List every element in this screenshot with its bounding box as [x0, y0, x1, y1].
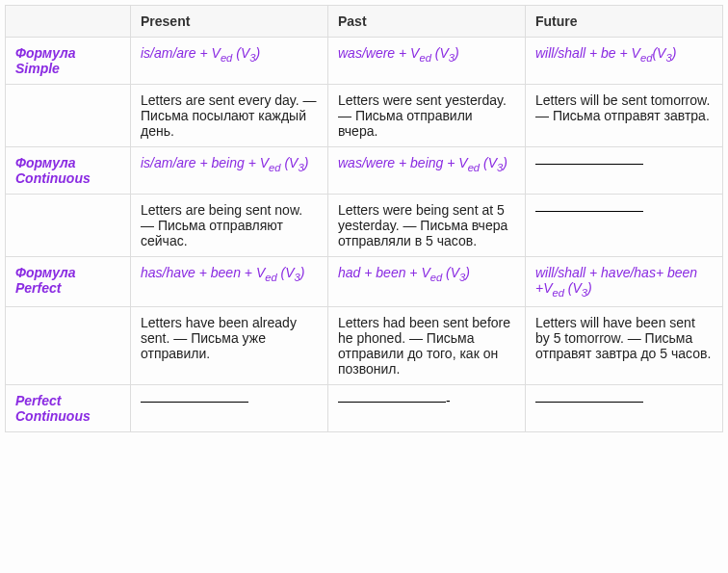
- perfect-present-formula: has/have + been + Ved (V3): [131, 257, 328, 307]
- text: ed: [430, 272, 442, 283]
- simple-future-example: Letters will be sent tomorrow. — Письма …: [526, 85, 723, 147]
- simple-example-row: Letters are sent every day. — Письма пос…: [6, 85, 723, 147]
- text: is/am/are + V: [141, 45, 221, 61]
- text: ): [455, 45, 459, 61]
- continuous-label: Формула Continuous: [6, 147, 131, 195]
- perfect-continuous-label: Perfect Continuous: [6, 384, 131, 431]
- header-empty: [6, 6, 131, 38]
- text: (V: [442, 265, 459, 280]
- text: was/were + being + V: [338, 155, 468, 170]
- text: ed: [468, 162, 480, 173]
- continuous-past-example: Letters were being sent at 5 yesterday. …: [328, 195, 526, 257]
- text: ): [587, 280, 592, 296]
- text: will/shall + be + V: [535, 45, 640, 61]
- simple-present-formula: is/am/are + Ved (V3): [131, 38, 328, 85]
- text: is/am/are + being + V: [141, 155, 269, 170]
- passive-voice-table: Present Past Future Формула Simple is/am…: [5, 5, 723, 432]
- header-past: Past: [328, 6, 526, 38]
- perfcont-past: ————————-: [328, 384, 526, 431]
- perfect-label: Формула Perfect: [6, 257, 131, 307]
- perfect-past-formula: had + been + Ved (V3): [328, 257, 526, 307]
- text: ed: [419, 52, 430, 64]
- text: ): [465, 265, 470, 280]
- empty-cell: [6, 195, 131, 257]
- simple-past-formula: was/were + Ved (V3): [328, 38, 526, 85]
- perfect-past-example: Letters had been sent before he phoned. …: [328, 306, 526, 384]
- text: (V: [480, 155, 497, 170]
- text: ed: [553, 287, 564, 299]
- text: (V: [277, 265, 295, 280]
- continuous-example-row: Letters are being sent now. — Письма отп…: [6, 195, 723, 257]
- simple-present-example: Letters are sent every day. — Письма пос…: [131, 85, 328, 147]
- header-future: Future: [526, 6, 723, 38]
- text: has/have + been + V: [141, 265, 265, 280]
- text: was/were + V: [338, 45, 419, 61]
- empty-cell: [6, 306, 131, 384]
- simple-label: Формула Simple: [6, 38, 131, 85]
- continuous-present-example: Letters are being sent now. — Письма отп…: [131, 195, 328, 257]
- text: ): [255, 45, 260, 61]
- text: (V: [652, 45, 665, 61]
- perfect-example-row: Letters have been already sent. — Письма…: [6, 306, 723, 384]
- continuous-formula-row: Формула Continuous is/am/are + being + V…: [6, 147, 723, 195]
- text: ): [503, 155, 507, 170]
- continuous-future-formula: ————————: [526, 147, 723, 195]
- text: ed: [640, 52, 652, 64]
- text: ): [304, 155, 309, 170]
- perfect-future-formula: will/shall + have/has+ been +Ved (V3): [526, 257, 723, 307]
- text: ed: [265, 272, 276, 283]
- text: ed: [269, 162, 280, 173]
- simple-past-example: Letters were sent yesterday. — Письма от…: [328, 85, 526, 147]
- text: (V: [564, 280, 582, 296]
- text: ): [672, 45, 677, 61]
- text: (V: [232, 45, 249, 61]
- continuous-past-formula: was/were + being + Ved (V3): [328, 147, 526, 195]
- perfect-present-example: Letters have been already sent. — Письма…: [131, 306, 328, 384]
- text: had + been + V: [338, 265, 430, 280]
- simple-future-formula: will/shall + be + Ved(V3): [526, 38, 723, 85]
- perfect-future-example: Letters will have been sent by 5 tomorro…: [526, 306, 723, 384]
- simple-formula-row: Формула Simple is/am/are + Ved (V3) was/…: [6, 38, 723, 85]
- continuous-future-example: ————————: [526, 195, 723, 257]
- empty-cell: [6, 85, 131, 147]
- text: (V: [281, 155, 299, 170]
- header-present: Present: [131, 6, 328, 38]
- perfcont-present: ————————: [131, 384, 328, 431]
- perfect-continuous-row: Perfect Continuous ———————— ————————- ——…: [6, 384, 723, 431]
- header-row: Present Past Future: [6, 6, 723, 38]
- continuous-present-formula: is/am/are + being + Ved (V3): [131, 147, 328, 195]
- perfcont-future: ————————: [526, 384, 723, 431]
- text: ed: [221, 52, 232, 64]
- text: (V: [431, 45, 449, 61]
- text: ): [300, 265, 305, 280]
- perfect-formula-row: Формула Perfect has/have + been + Ved (V…: [6, 257, 723, 307]
